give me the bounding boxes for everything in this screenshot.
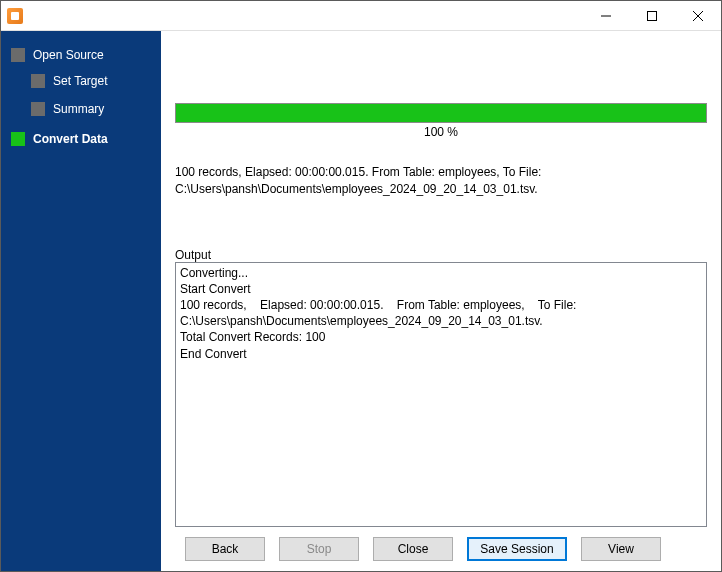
minimize-button[interactable] (583, 1, 629, 30)
progress-bar (175, 103, 707, 123)
maximize-icon (647, 11, 657, 21)
nav-item-set-target[interactable]: Set Target (1, 67, 161, 95)
nav-label: Open Source (33, 48, 104, 62)
titlebar (1, 1, 721, 31)
progress-percent: 100 % (175, 125, 707, 139)
titlebar-left (1, 8, 23, 24)
nav-item-convert-data[interactable]: Convert Data (1, 123, 161, 151)
sidebar: Open Source Set Target Summary Convert D… (1, 31, 161, 571)
nav-tree: Open Source Set Target Summary Convert D… (1, 39, 161, 151)
output-label: Output (175, 248, 707, 262)
save-session-button[interactable]: Save Session (467, 537, 567, 561)
minimize-icon (601, 11, 611, 21)
close-button[interactable]: Close (373, 537, 453, 561)
app-icon-inner (11, 12, 19, 20)
app-icon (7, 8, 23, 24)
button-row: Back Stop Close Save Session View (175, 537, 707, 561)
view-button[interactable]: View (581, 537, 661, 561)
nav-label: Set Target (53, 74, 107, 88)
app-window: Open Source Set Target Summary Convert D… (0, 0, 722, 572)
progress-section: 100 % (175, 103, 707, 139)
square-icon (31, 74, 45, 88)
nav-item-summary[interactable]: Summary (1, 95, 161, 123)
close-icon (693, 11, 703, 21)
svg-rect-1 (648, 11, 657, 20)
square-icon (31, 102, 45, 116)
back-button[interactable]: Back (185, 537, 265, 561)
nav-label: Summary (53, 102, 104, 116)
output-textarea[interactable]: Converting... Start Convert 100 records,… (175, 262, 707, 527)
status-line-1: 100 records, Elapsed: 00:00:00.015. From… (175, 164, 707, 181)
square-icon (11, 48, 25, 62)
body: Open Source Set Target Summary Convert D… (1, 31, 721, 571)
window-controls (583, 1, 721, 30)
nav-label: Convert Data (33, 132, 108, 146)
nav-item-open-source[interactable]: Open Source (1, 39, 161, 67)
close-window-button[interactable] (675, 1, 721, 30)
main-panel: 100 % 100 records, Elapsed: 00:00:00.015… (161, 31, 721, 571)
stop-button: Stop (279, 537, 359, 561)
square-icon (11, 132, 25, 146)
status-line-2: C:\Users\pansh\Documents\employees_2024_… (175, 181, 707, 198)
status-text: 100 records, Elapsed: 00:00:00.015. From… (175, 164, 707, 198)
maximize-button[interactable] (629, 1, 675, 30)
